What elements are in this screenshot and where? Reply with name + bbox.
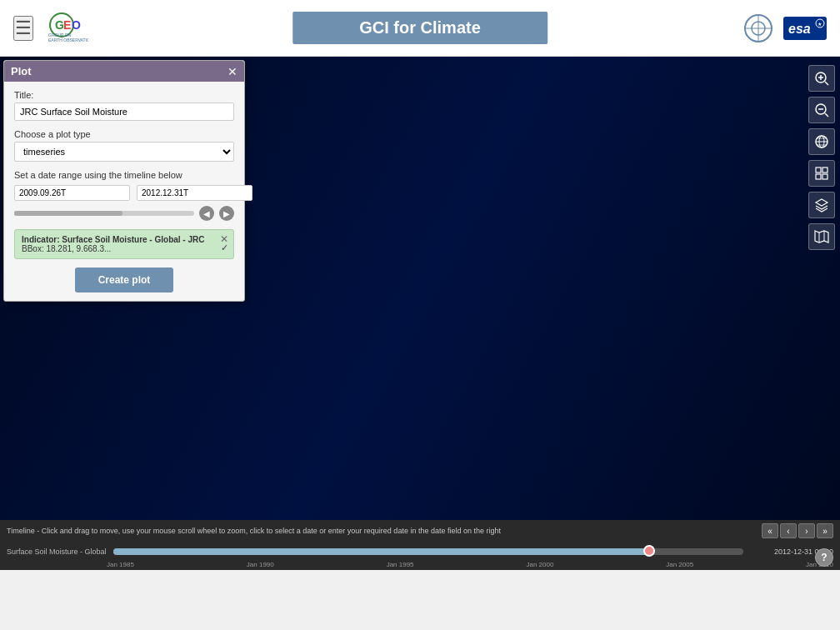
timeline-thumb[interactable] (643, 545, 655, 557)
timeline-track-row: Surface Soil Moisture - Global 2012-12-3… (0, 542, 840, 561)
grid-button[interactable] (808, 160, 835, 187)
indicator-check-icon: ✓ (221, 242, 228, 253)
svg-line-19 (825, 113, 828, 117)
header-right-logos: esa ★ (743, 13, 827, 43)
svg-rect-28 (816, 174, 821, 179)
plot-dialog-body: Title: Choose a plot type timeseries his… (4, 82, 244, 301)
svg-line-15 (825, 82, 828, 85)
title-label: Title: (14, 90, 234, 100)
plot-type-label: Choose a plot type (14, 129, 234, 139)
title-input[interactable] (14, 102, 234, 121)
timeline-label-1995: Jan 1995 (387, 561, 414, 568)
right-toolbar (808, 65, 835, 250)
svg-text:★: ★ (818, 22, 822, 27)
zoom-out-button[interactable] (808, 97, 835, 123)
date-inputs-row (14, 185, 234, 201)
timeline-bar: Timeline - Click and drag to move, use y… (0, 520, 840, 570)
help-button[interactable]: ? (815, 548, 833, 567)
timeline-layer-label: Surface Soil Moisture - Global (7, 548, 107, 556)
svg-rect-29 (822, 174, 828, 179)
globe-button[interactable] (808, 128, 835, 155)
plot-dialog: Plot ✕ Title: Choose a plot type timeser… (3, 60, 245, 302)
layers-button[interactable] (808, 192, 835, 218)
svg-marker-31 (815, 231, 828, 242)
date-end-input[interactable] (137, 185, 252, 201)
esa-logo: esa ★ (783, 17, 827, 40)
date-range-label: Set a date range using the timeline belo… (14, 170, 234, 180)
slider-prev-btn[interactable]: ◀ (199, 206, 214, 221)
indicator-bbox: BBox: 18.281, 9.668.3... (22, 244, 227, 253)
svg-text:E: E (63, 18, 71, 32)
timeline-last-button[interactable]: » (817, 523, 833, 538)
globe-icon (814, 134, 829, 149)
app-header: ☰ G E O GROUP ON EARTH OBSERVATIONS GCI … (0, 0, 840, 57)
svg-rect-26 (816, 168, 821, 172)
timeline-first-button[interactable]: « (762, 523, 778, 538)
zoom-out-icon (814, 102, 829, 118)
timeline-label-1985: Jan 1985 (107, 561, 134, 568)
zoom-in-icon (814, 71, 829, 86)
hamburger-button[interactable]: ☰ (13, 16, 33, 41)
indicator-title: Indicator: Surface Soil Moisture - Globa… (22, 235, 227, 244)
map-button[interactable] (808, 223, 835, 250)
geo-logo: G E O GROUP ON EARTH OBSERVATIONS (47, 12, 88, 45)
timeline-next-button[interactable]: › (798, 523, 815, 538)
svg-text:EARTH OBSERVATIONS: EARTH OBSERVATIONS (48, 38, 88, 42)
svg-marker-30 (816, 199, 828, 206)
zoom-in-button[interactable] (808, 65, 835, 92)
svg-rect-27 (822, 168, 828, 172)
timeline-label-2000: Jan 2000 (526, 561, 553, 568)
timeline-nav: « ‹ › » (762, 523, 833, 538)
timeline-fill (113, 548, 649, 555)
page-title: GCI for Climate (292, 12, 548, 44)
indicator-box: ✕ Indicator: Surface Soil Moisture - Glo… (14, 229, 234, 259)
copernicus-logo (743, 13, 773, 43)
plot-type-select[interactable]: timeseries histogram scatter (14, 142, 234, 162)
plot-dialog-header: Plot ✕ (4, 61, 244, 82)
date-slider-row: ◀ ▶ (14, 206, 234, 221)
layers-icon (814, 198, 829, 212)
plot-dialog-close-button[interactable]: ✕ (228, 66, 238, 78)
timeline-label-1990: Jan 1990 (247, 561, 274, 568)
map-icon (814, 229, 829, 244)
timeline-labels: Jan 1985 Jan 1990 Jan 1995 Jan 2000 Jan … (100, 561, 840, 570)
svg-text:esa: esa (788, 22, 811, 36)
timeline-info-row: Timeline - Click and drag to move, use y… (0, 520, 840, 542)
geo-logo-svg: G E O GROUP ON EARTH OBSERVATIONS (47, 12, 88, 45)
date-start-input[interactable] (14, 185, 130, 201)
svg-text:O: O (72, 18, 81, 32)
date-range-slider[interactable] (14, 211, 194, 216)
timeline-track[interactable] (113, 548, 743, 555)
timeline-label-2005: Jan 2005 (666, 561, 693, 568)
plot-dialog-title: Plot (11, 65, 32, 78)
map-container[interactable]: Plot ✕ Title: Choose a plot type timeser… (0, 57, 840, 520)
timeline-prev-button[interactable]: ‹ (780, 523, 797, 538)
create-plot-button[interactable]: Create plot (75, 268, 174, 292)
slider-next-btn[interactable]: ▶ (219, 206, 234, 221)
timeline-hint: Timeline - Click and drag to move, use y… (7, 527, 755, 535)
grid-icon (814, 166, 829, 181)
